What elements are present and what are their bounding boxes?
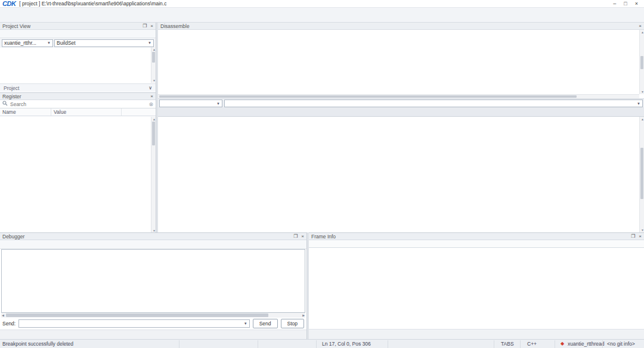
chevron-down-icon: ▼ <box>637 102 640 105</box>
window-title: [ project ] E:\rt-thread\bsp\xuantie\sma… <box>19 1 166 7</box>
close-panel-icon[interactable]: × <box>639 234 642 239</box>
buildset-combo[interactable]: BuildSet ▼ <box>54 39 154 47</box>
cursor-position: Ln 17, Col 0, Pos 306 <box>322 341 371 347</box>
editor-tab-bar <box>158 107 644 117</box>
symbol-nav-row: ▼ ▼ <box>158 98 644 107</box>
app-logo: CDK <box>2 0 16 7</box>
register-panel: Register × ⊗ Name Value ▲ ▼ <box>0 92 156 232</box>
code-editor[interactable] <box>158 117 644 232</box>
tabs-indicator[interactable]: TABS <box>501 341 514 347</box>
symbol-combo[interactable]: ▼ <box>224 100 643 107</box>
frame-info-rows <box>309 248 644 329</box>
project-tree <box>0 48 156 83</box>
project-status-icon: ◆ <box>561 341 564 346</box>
project-tree-scrollbar[interactable]: ▲ ▼ <box>151 47 156 83</box>
title-bar: CDK [ project ] E:\rt-thread\bsp\xuantie… <box>0 0 644 8</box>
clear-search-icon[interactable]: ⊗ <box>148 101 153 107</box>
register-search-input[interactable] <box>10 101 146 107</box>
project-view-title: Project View <box>2 23 30 29</box>
target-combo-value: xuantie_rtthr... <box>4 40 36 46</box>
send-input[interactable]: ▼ <box>18 319 249 328</box>
chevron-down-icon: ▼ <box>244 322 247 325</box>
chevron-down-icon: ▼ <box>216 102 220 105</box>
close-panel-icon[interactable]: × <box>150 94 153 99</box>
close-panel-icon[interactable]: × <box>639 23 642 29</box>
status-message: Breakpoint successfully deleted <box>2 341 73 347</box>
search-icon <box>2 101 8 107</box>
disassembly-lines <box>158 30 644 94</box>
scope-combo[interactable]: ▼ <box>159 100 222 107</box>
target-combo[interactable]: xuantie_rtthr... ▼ <box>2 39 53 47</box>
column-name[interactable]: Name <box>0 108 51 116</box>
frame-info-header <box>309 240 644 248</box>
git-info: <no git info> <box>607 341 635 347</box>
debugger-panel: Debugger ❐ × ◀ ▶ Send: ▼ Send Stop <box>0 232 307 339</box>
active-project-indicator[interactable]: xuantie_rtthread <box>568 341 604 347</box>
close-panel-icon[interactable]: × <box>150 23 153 29</box>
column-value[interactable]: Value <box>51 108 122 116</box>
float-panel-icon[interactable]: ❐ <box>293 234 298 239</box>
register-table-header: Name Value <box>0 108 156 116</box>
menu-bar <box>0 8 644 14</box>
close-button[interactable]: × <box>635 1 638 7</box>
frame-info-tabs <box>309 329 644 339</box>
debugger-tabs <box>0 330 306 340</box>
status-bar: Breakpoint successfully deleted Ln 17, C… <box>0 339 644 348</box>
project-view-bottom-bar: Project ∨ <box>0 83 156 92</box>
disassembly-hscrollbar[interactable] <box>158 94 639 98</box>
project-view-toolbar <box>0 30 156 38</box>
language-indicator[interactable]: C++ <box>527 341 537 347</box>
float-panel-icon[interactable]: ❐ <box>143 23 147 29</box>
debugger-toolbar <box>0 240 306 249</box>
project-view-panel: Project View ❐ × xuantie_rtthr... ▼ Buil… <box>0 23 156 92</box>
buildset-combo-value: BuildSet <box>57 40 76 46</box>
send-button[interactable]: Send <box>253 319 278 328</box>
disassembly-title: Disassemble <box>160 23 190 29</box>
frame-info-title: Frame Info <box>311 234 336 240</box>
close-panel-icon[interactable]: × <box>301 234 304 239</box>
disassembly-scrollbar[interactable]: ▲ ▼ <box>639 30 644 94</box>
debugger-title: Debugger <box>2 234 24 240</box>
chevron-down-icon: ▼ <box>47 41 51 45</box>
console-hscrollbar[interactable]: ◀ ▶ <box>1 313 305 318</box>
chevron-down-icon: ▼ <box>148 41 151 45</box>
disassembly-panel: Disassemble × ▲ ▼ <box>158 23 644 98</box>
stop-button[interactable]: Stop <box>281 319 305 328</box>
frame-info-panel: Frame Info ❐ × <box>309 232 644 339</box>
send-label: Send: <box>2 321 16 327</box>
maximize-button[interactable]: □ <box>624 1 627 7</box>
register-title: Register <box>2 94 21 100</box>
minimize-button[interactable]: – <box>613 1 616 7</box>
collapse-chevron-icon[interactable]: ∨ <box>148 85 152 91</box>
project-tab[interactable]: Project <box>4 85 19 91</box>
debugger-console[interactable] <box>1 249 305 313</box>
register-scrollbar[interactable]: ▲ ▼ <box>151 117 156 233</box>
editor-scrollbar[interactable]: ▲ ▼ <box>639 117 644 232</box>
main-toolbar <box>0 14 644 23</box>
float-panel-icon[interactable]: ❐ <box>631 234 635 239</box>
